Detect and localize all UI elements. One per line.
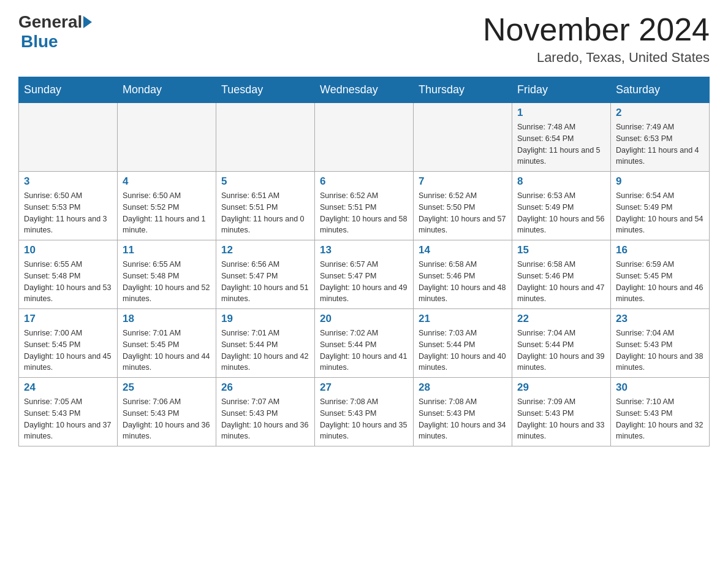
calendar-cell — [315, 103, 414, 172]
day-number: 30 — [616, 381, 704, 394]
day-info: Sunrise: 7:49 AMSunset: 6:53 PMDaylight:… — [616, 121, 704, 167]
calendar-cell: 29Sunrise: 7:09 AMSunset: 5:43 PMDayligh… — [512, 378, 611, 446]
calendar-cell — [414, 103, 512, 172]
calendar-cell: 28Sunrise: 7:08 AMSunset: 5:43 PMDayligh… — [414, 378, 512, 446]
calendar-row-3: 17Sunrise: 7:00 AMSunset: 5:45 PMDayligh… — [19, 309, 710, 378]
calendar-cell: 1Sunrise: 7:48 AMSunset: 6:54 PMDaylight… — [512, 103, 611, 172]
day-number: 2 — [616, 107, 704, 119]
day-info: Sunrise: 6:50 AMSunset: 5:52 PMDaylight:… — [123, 190, 211, 236]
day-number: 5 — [221, 175, 309, 188]
day-info: Sunrise: 7:48 AMSunset: 6:54 PMDaylight:… — [517, 121, 605, 167]
calendar-cell: 17Sunrise: 7:00 AMSunset: 5:45 PMDayligh… — [19, 309, 118, 378]
day-info: Sunrise: 7:05 AMSunset: 5:43 PMDaylight:… — [24, 396, 112, 442]
weekday-header-monday: Monday — [118, 77, 216, 103]
calendar-cell: 10Sunrise: 6:55 AMSunset: 5:48 PMDayligh… — [19, 240, 118, 309]
day-info: Sunrise: 6:58 AMSunset: 5:46 PMDaylight:… — [517, 259, 605, 305]
calendar-cell: 11Sunrise: 6:55 AMSunset: 5:48 PMDayligh… — [118, 240, 216, 309]
day-info: Sunrise: 7:03 AMSunset: 5:44 PMDaylight:… — [419, 327, 507, 373]
weekday-header-friday: Friday — [512, 77, 611, 103]
calendar-cell: 6Sunrise: 6:52 AMSunset: 5:51 PMDaylight… — [315, 172, 414, 240]
calendar-cell: 8Sunrise: 6:53 AMSunset: 5:49 PMDaylight… — [512, 172, 611, 240]
day-number: 18 — [123, 313, 211, 325]
day-info: Sunrise: 7:10 AMSunset: 5:43 PMDaylight:… — [616, 396, 704, 442]
logo-blue-text: Blue — [21, 32, 58, 51]
day-info: Sunrise: 7:04 AMSunset: 5:44 PMDaylight:… — [517, 327, 605, 373]
calendar-cell: 25Sunrise: 7:06 AMSunset: 5:43 PMDayligh… — [118, 378, 216, 446]
day-info: Sunrise: 6:54 AMSunset: 5:49 PMDaylight:… — [616, 190, 704, 236]
weekday-header-wednesday: Wednesday — [315, 77, 414, 103]
calendar-cell: 3Sunrise: 6:50 AMSunset: 5:53 PMDaylight… — [19, 172, 118, 240]
day-info: Sunrise: 7:02 AMSunset: 5:44 PMDaylight:… — [320, 327, 408, 373]
day-info: Sunrise: 6:59 AMSunset: 5:45 PMDaylight:… — [616, 259, 704, 305]
calendar-row-2: 10Sunrise: 6:55 AMSunset: 5:48 PMDayligh… — [19, 240, 710, 309]
day-info: Sunrise: 7:07 AMSunset: 5:43 PMDaylight:… — [221, 396, 309, 442]
day-number: 20 — [320, 313, 408, 325]
day-info: Sunrise: 7:00 AMSunset: 5:45 PMDaylight:… — [24, 327, 112, 373]
calendar-cell: 7Sunrise: 6:52 AMSunset: 5:50 PMDaylight… — [414, 172, 512, 240]
day-number: 6 — [320, 175, 408, 188]
calendar-cell: 16Sunrise: 6:59 AMSunset: 5:45 PMDayligh… — [611, 240, 710, 309]
logo-arrow-icon — [83, 16, 92, 28]
day-info: Sunrise: 7:01 AMSunset: 5:44 PMDaylight:… — [221, 327, 309, 373]
day-info: Sunrise: 7:06 AMSunset: 5:43 PMDaylight:… — [123, 396, 211, 442]
calendar-cell — [118, 103, 216, 172]
day-number: 17 — [24, 313, 112, 325]
calendar-cell: 14Sunrise: 6:58 AMSunset: 5:46 PMDayligh… — [414, 240, 512, 309]
day-info: Sunrise: 6:53 AMSunset: 5:49 PMDaylight:… — [517, 190, 605, 236]
calendar-cell: 27Sunrise: 7:08 AMSunset: 5:43 PMDayligh… — [315, 378, 414, 446]
day-info: Sunrise: 6:50 AMSunset: 5:53 PMDaylight:… — [24, 190, 112, 236]
day-number: 29 — [517, 381, 605, 394]
day-number: 16 — [616, 244, 704, 256]
calendar-row-4: 24Sunrise: 7:05 AMSunset: 5:43 PMDayligh… — [19, 378, 710, 446]
calendar-cell: 20Sunrise: 7:02 AMSunset: 5:44 PMDayligh… — [315, 309, 414, 378]
day-number: 27 — [320, 381, 408, 394]
calendar-cell: 4Sunrise: 6:50 AMSunset: 5:52 PMDaylight… — [118, 172, 216, 240]
title-area: November 2024 Laredo, Texas, United Stat… — [483, 12, 710, 66]
calendar-cell: 13Sunrise: 6:57 AMSunset: 5:47 PMDayligh… — [315, 240, 414, 309]
day-number: 15 — [517, 244, 605, 256]
weekday-header-saturday: Saturday — [611, 77, 710, 103]
day-number: 24 — [24, 381, 112, 394]
weekday-header-row: SundayMondayTuesdayWednesdayThursdayFrid… — [19, 77, 710, 103]
logo-general-text: General — [18, 12, 82, 32]
day-info: Sunrise: 6:52 AMSunset: 5:51 PMDaylight:… — [320, 190, 408, 236]
calendar-row-0: 1Sunrise: 7:48 AMSunset: 6:54 PMDaylight… — [19, 103, 710, 172]
day-info: Sunrise: 6:58 AMSunset: 5:46 PMDaylight:… — [419, 259, 507, 305]
day-number: 9 — [616, 175, 704, 188]
page-header: General Blue November 2024 Laredo, Texas… — [18, 12, 710, 66]
weekday-header-tuesday: Tuesday — [216, 77, 315, 103]
weekday-header-sunday: Sunday — [19, 77, 118, 103]
calendar-cell: 15Sunrise: 6:58 AMSunset: 5:46 PMDayligh… — [512, 240, 611, 309]
day-number: 28 — [419, 381, 507, 394]
day-info: Sunrise: 6:52 AMSunset: 5:50 PMDaylight:… — [419, 190, 507, 236]
day-info: Sunrise: 7:08 AMSunset: 5:43 PMDaylight:… — [419, 396, 507, 442]
day-number: 25 — [123, 381, 211, 394]
day-number: 13 — [320, 244, 408, 256]
day-number: 7 — [419, 175, 507, 188]
calendar-cell — [19, 103, 118, 172]
day-number: 12 — [221, 244, 309, 256]
day-number: 22 — [517, 313, 605, 325]
day-number: 4 — [123, 175, 211, 188]
day-info: Sunrise: 6:55 AMSunset: 5:48 PMDaylight:… — [24, 259, 112, 305]
day-number: 23 — [616, 313, 704, 325]
day-info: Sunrise: 7:01 AMSunset: 5:45 PMDaylight:… — [123, 327, 211, 373]
day-info: Sunrise: 7:04 AMSunset: 5:43 PMDaylight:… — [616, 327, 704, 373]
calendar-cell: 9Sunrise: 6:54 AMSunset: 5:49 PMDaylight… — [611, 172, 710, 240]
calendar-row-1: 3Sunrise: 6:50 AMSunset: 5:53 PMDaylight… — [19, 172, 710, 240]
day-info: Sunrise: 7:08 AMSunset: 5:43 PMDaylight:… — [320, 396, 408, 442]
calendar-cell: 12Sunrise: 6:56 AMSunset: 5:47 PMDayligh… — [216, 240, 315, 309]
calendar-cell: 5Sunrise: 6:51 AMSunset: 5:51 PMDaylight… — [216, 172, 315, 240]
location-title: Laredo, Texas, United States — [483, 50, 710, 66]
calendar-cell: 26Sunrise: 7:07 AMSunset: 5:43 PMDayligh… — [216, 378, 315, 446]
calendar-cell: 18Sunrise: 7:01 AMSunset: 5:45 PMDayligh… — [118, 309, 216, 378]
day-number: 1 — [517, 107, 605, 119]
day-number: 10 — [24, 244, 112, 256]
day-info: Sunrise: 6:57 AMSunset: 5:47 PMDaylight:… — [320, 259, 408, 305]
day-info: Sunrise: 6:51 AMSunset: 5:51 PMDaylight:… — [221, 190, 309, 236]
day-number: 19 — [221, 313, 309, 325]
calendar-table: SundayMondayTuesdayWednesdayThursdayFrid… — [18, 77, 710, 446]
day-info: Sunrise: 6:55 AMSunset: 5:48 PMDaylight:… — [123, 259, 211, 305]
day-info: Sunrise: 7:09 AMSunset: 5:43 PMDaylight:… — [517, 396, 605, 442]
weekday-header-thursday: Thursday — [414, 77, 512, 103]
